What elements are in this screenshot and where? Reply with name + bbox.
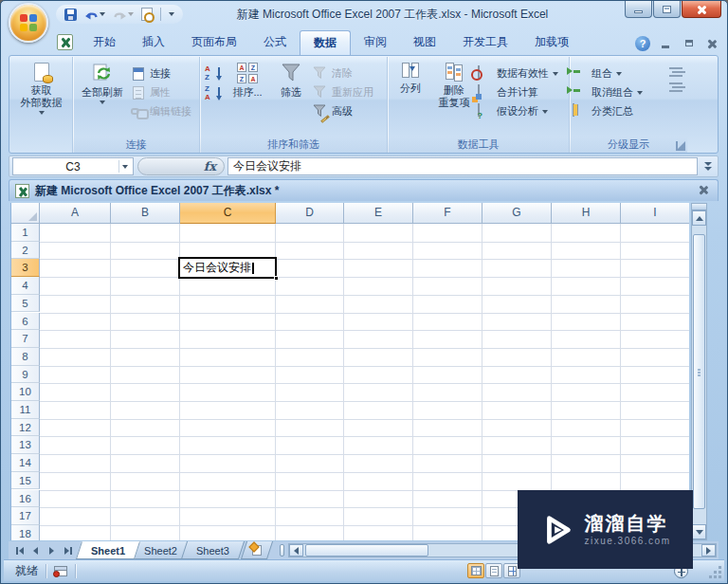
excel-file-icon[interactable] [57,34,73,50]
insert-function-button[interactable]: fx [137,157,225,175]
sort-ascending-button[interactable]: AZ [205,65,222,82]
row-header-14[interactable]: 14 [11,454,40,472]
formula-input[interactable]: 今日会议安排 [228,157,698,175]
col-header-C[interactable]: C [180,203,276,224]
connections-button[interactable]: 连接 [131,65,191,82]
tab-开发工具[interactable]: 开发工具 [449,30,521,55]
fill-handle[interactable] [274,276,279,281]
row-header-8[interactable]: 8 [11,348,40,366]
col-header-H[interactable]: H [552,203,621,224]
scroll-up-button[interactable] [692,210,706,226]
restore-button[interactable] [653,1,681,18]
row-header-5[interactable]: 5 [11,295,40,313]
tab-数据[interactable]: 数据 [300,30,351,55]
tab-split-handle[interactable] [280,544,284,557]
name-box[interactable]: C3 [12,157,134,175]
row-header-17[interactable]: 17 [11,507,40,525]
doc-restore-button[interactable] [682,38,696,49]
tab-公式[interactable]: 公式 [250,30,300,55]
save-button[interactable] [62,7,80,23]
first-sheet-button[interactable] [12,543,27,557]
row-header-4[interactable]: 4 [11,277,40,295]
row-header-12[interactable]: 12 [11,419,40,437]
scroll-left-button[interactable] [289,544,303,557]
row-header-10[interactable]: 10 [11,383,40,401]
row-header-11[interactable]: 11 [11,401,40,419]
minimize-button[interactable] [625,1,652,18]
tab-视图[interactable]: 视图 [400,30,449,55]
close-button[interactable] [682,1,721,18]
hide-detail-button[interactable] [669,82,682,92]
clear-filter-button[interactable]: 清除 [313,65,373,82]
row-header-18[interactable]: 18 [11,525,40,540]
resize-grip[interactable] [709,566,721,578]
row-header-6[interactable]: 6 [11,313,40,331]
sheet-tab-Sheet1[interactable]: Sheet1 [79,541,137,559]
data-validation-button[interactable]: 数据有效性 [478,65,558,82]
expand-formula-bar-button[interactable] [701,157,715,175]
get-external-data-button[interactable]: 获取 外部数据 [21,60,63,115]
col-header-B[interactable]: B [111,203,180,224]
consolidate-button[interactable]: 合并计算 [478,84,558,100]
remove-duplicates-button[interactable]: 删除 重复项 [432,60,476,109]
scroll-down-button[interactable] [692,524,706,539]
active-cell-C3[interactable]: 今日会议安排 [178,257,277,279]
sort-descending-button[interactable]: ZA [205,85,222,101]
page-layout-view-button[interactable] [485,563,502,578]
office-button[interactable] [9,3,48,43]
sheet-tab-Sheet3[interactable]: Sheet3 [184,541,242,559]
select-all-corner[interactable] [11,203,40,224]
col-header-I[interactable]: I [621,203,689,224]
filter-button[interactable]: 筛选 [271,60,311,99]
row-header-7[interactable]: 7 [11,330,40,348]
undo-dropdown-icon[interactable] [100,12,105,16]
prev-sheet-button[interactable] [28,543,43,557]
outline-dialog-launcher[interactable] [676,141,685,151]
text-to-columns-button[interactable]: 分列 [391,60,430,95]
row-header-15[interactable]: 15 [11,472,40,490]
row-header-9[interactable]: 9 [11,366,40,384]
reapply-filter-button[interactable]: 重新应用 [313,84,373,100]
tab-插入[interactable]: 插入 [129,30,178,55]
row-header-13[interactable]: 13 [11,436,40,454]
redo-button[interactable] [110,7,136,23]
ungroup-button[interactable]: 取消组合 [573,84,664,100]
subtotal-button[interactable]: 分类汇总 [573,103,664,119]
name-box-dropdown[interactable] [118,160,131,173]
undo-button[interactable] [82,7,108,23]
edit-links-button[interactable]: 编辑链接 [131,103,191,119]
insert-worksheet-button[interactable] [244,541,270,559]
row-header-1[interactable]: 1 [11,224,40,242]
col-header-E[interactable]: E [344,203,413,224]
row-header-3[interactable]: 3 [11,259,40,277]
help-icon[interactable] [635,36,650,51]
vertical-scroll-thumb[interactable] [693,234,705,509]
next-sheet-button[interactable] [45,543,59,557]
workbook-close-button[interactable] [697,184,710,197]
normal-view-button[interactable] [467,563,484,578]
col-header-A[interactable]: A [40,203,111,224]
refresh-all-button[interactable]: 全部刷新 [76,60,129,104]
show-detail-button[interactable] [669,67,682,77]
horizontal-scroll-thumb[interactable] [305,544,428,557]
sort-dialog-button[interactable]: AZ ZA 排序... [226,60,269,99]
doc-minimize-button[interactable] [660,38,673,49]
scroll-right-button[interactable] [701,544,716,557]
vertical-scrollbar[interactable] [691,203,707,540]
col-header-D[interactable]: D [276,203,344,224]
doc-close-button[interactable] [705,38,719,49]
tab-加载项[interactable]: 加载项 [521,30,582,55]
row-header-2[interactable]: 2 [11,242,40,260]
vertical-split-box[interactable] [692,204,706,210]
col-header-F[interactable]: F [413,203,482,224]
print-preview-button[interactable] [138,6,155,23]
tab-审阅[interactable]: 审阅 [351,30,400,55]
col-header-G[interactable]: G [482,203,552,224]
group-button[interactable]: 组合 [573,65,664,82]
last-sheet-button[interactable] [61,543,75,557]
macro-record-button[interactable] [54,566,67,576]
tab-开始[interactable]: 开始 [80,30,129,55]
tab-页面布局[interactable]: 页面布局 [178,30,250,55]
advanced-filter-button[interactable]: 高级 [313,103,373,119]
properties-button[interactable]: 属性 [131,84,191,100]
